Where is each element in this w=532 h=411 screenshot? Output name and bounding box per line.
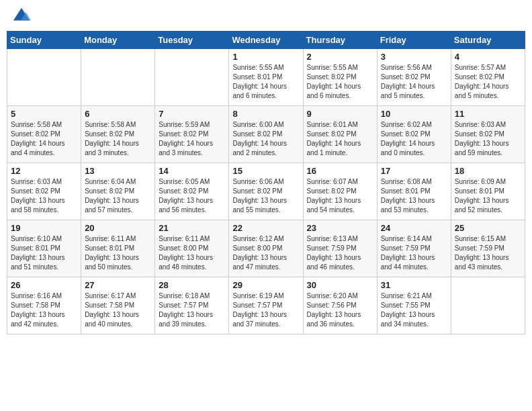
calendar-table: Sunday Monday Tuesday Wednesday Thursday…: [7, 31, 525, 334]
day-info: Sunrise: 6:03 AM Sunset: 8:02 PM Dayligh…: [11, 177, 77, 215]
day-number: 7: [159, 109, 225, 119]
calendar-cell: 19Sunrise: 6:10 AM Sunset: 8:01 PM Dayli…: [7, 220, 81, 277]
calendar-cell: 7Sunrise: 5:59 AM Sunset: 8:02 PM Daylig…: [155, 106, 229, 163]
header-thursday: Thursday: [303, 32, 377, 49]
calendar-week-3: 12Sunrise: 6:03 AM Sunset: 8:02 PM Dayli…: [7, 163, 525, 220]
calendar-cell: 26Sunrise: 6:16 AM Sunset: 7:58 PM Dayli…: [7, 277, 81, 334]
day-info: Sunrise: 5:57 AM Sunset: 8:02 PM Dayligh…: [455, 63, 521, 101]
day-number: 18: [455, 166, 521, 176]
header-tuesday: Tuesday: [155, 32, 229, 49]
calendar-cell: 28Sunrise: 6:18 AM Sunset: 7:57 PM Dayli…: [155, 277, 229, 334]
day-info: Sunrise: 6:11 AM Sunset: 8:01 PM Dayligh…: [85, 234, 151, 272]
day-info: Sunrise: 6:12 AM Sunset: 8:00 PM Dayligh…: [232, 234, 299, 272]
calendar-week-1: 1Sunrise: 5:55 AM Sunset: 8:01 PM Daylig…: [7, 49, 525, 106]
day-info: Sunrise: 6:07 AM Sunset: 8:02 PM Dayligh…: [307, 177, 373, 215]
calendar-cell: 5Sunrise: 5:58 AM Sunset: 8:02 PM Daylig…: [7, 106, 81, 163]
calendar-cell: [155, 49, 229, 106]
day-number: 17: [381, 166, 447, 176]
day-number: 16: [307, 166, 373, 176]
header-row: Sunday Monday Tuesday Wednesday Thursday…: [7, 32, 525, 49]
day-number: 8: [232, 109, 299, 119]
day-number: 11: [455, 109, 521, 119]
day-number: 15: [232, 166, 299, 176]
day-number: 10: [381, 109, 447, 119]
calendar-cell: 20Sunrise: 6:11 AM Sunset: 8:01 PM Dayli…: [81, 220, 155, 277]
day-info: Sunrise: 6:19 AM Sunset: 7:57 PM Dayligh…: [232, 291, 299, 329]
day-number: 14: [159, 166, 225, 176]
calendar-cell: 8Sunrise: 6:00 AM Sunset: 8:02 PM Daylig…: [229, 106, 303, 163]
day-number: 20: [85, 223, 151, 233]
calendar-cell: 14Sunrise: 6:05 AM Sunset: 8:02 PM Dayli…: [155, 163, 229, 220]
day-info: Sunrise: 5:58 AM Sunset: 8:02 PM Dayligh…: [85, 120, 151, 158]
calendar-cell: 1Sunrise: 5:55 AM Sunset: 8:01 PM Daylig…: [229, 49, 303, 106]
calendar-cell: 23Sunrise: 6:13 AM Sunset: 7:59 PM Dayli…: [303, 220, 377, 277]
day-number: 4: [455, 52, 521, 62]
day-info: Sunrise: 6:04 AM Sunset: 8:02 PM Dayligh…: [85, 177, 151, 215]
day-number: 28: [159, 280, 225, 290]
calendar-week-5: 26Sunrise: 6:16 AM Sunset: 7:58 PM Dayli…: [7, 277, 525, 334]
day-info: Sunrise: 6:15 AM Sunset: 7:59 PM Dayligh…: [455, 234, 521, 272]
calendar-cell: 18Sunrise: 6:09 AM Sunset: 8:01 PM Dayli…: [451, 163, 525, 220]
calendar-body: 1Sunrise: 5:55 AM Sunset: 8:01 PM Daylig…: [7, 49, 525, 334]
logo-icon: [12, 7, 31, 26]
header-saturday: Saturday: [451, 32, 525, 49]
header-friday: Friday: [377, 32, 451, 49]
calendar-cell: [81, 49, 155, 106]
day-info: Sunrise: 6:10 AM Sunset: 8:01 PM Dayligh…: [11, 234, 77, 272]
day-info: Sunrise: 6:03 AM Sunset: 8:02 PM Dayligh…: [455, 120, 521, 158]
calendar-cell: 30Sunrise: 6:20 AM Sunset: 7:56 PM Dayli…: [303, 277, 377, 334]
day-info: Sunrise: 5:59 AM Sunset: 8:02 PM Dayligh…: [159, 120, 225, 158]
day-number: 31: [381, 280, 447, 290]
day-info: Sunrise: 6:16 AM Sunset: 7:58 PM Dayligh…: [11, 291, 77, 329]
day-info: Sunrise: 6:13 AM Sunset: 7:59 PM Dayligh…: [307, 234, 373, 272]
day-info: Sunrise: 6:11 AM Sunset: 8:00 PM Dayligh…: [159, 234, 225, 272]
calendar-cell: [451, 277, 525, 334]
day-info: Sunrise: 6:17 AM Sunset: 7:58 PM Dayligh…: [85, 291, 151, 329]
day-info: Sunrise: 6:00 AM Sunset: 8:02 PM Dayligh…: [232, 120, 299, 158]
day-number: 29: [232, 280, 299, 290]
logo: [9, 7, 31, 26]
day-number: 27: [85, 280, 151, 290]
header-monday: Monday: [81, 32, 155, 49]
page-header: [7, 7, 525, 26]
header-sunday: Sunday: [7, 32, 81, 49]
day-number: 6: [85, 109, 151, 119]
day-info: Sunrise: 6:18 AM Sunset: 7:57 PM Dayligh…: [159, 291, 225, 329]
calendar-week-2: 5Sunrise: 5:58 AM Sunset: 8:02 PM Daylig…: [7, 106, 525, 163]
calendar-cell: 27Sunrise: 6:17 AM Sunset: 7:58 PM Dayli…: [81, 277, 155, 334]
day-info: Sunrise: 6:21 AM Sunset: 7:55 PM Dayligh…: [381, 291, 447, 329]
calendar-cell: [7, 49, 81, 106]
day-number: 26: [11, 280, 77, 290]
calendar-cell: 16Sunrise: 6:07 AM Sunset: 8:02 PM Dayli…: [303, 163, 377, 220]
calendar-cell: 21Sunrise: 6:11 AM Sunset: 8:00 PM Dayli…: [155, 220, 229, 277]
day-info: Sunrise: 6:02 AM Sunset: 8:02 PM Dayligh…: [381, 120, 447, 158]
calendar-cell: 10Sunrise: 6:02 AM Sunset: 8:02 PM Dayli…: [377, 106, 451, 163]
calendar-cell: 31Sunrise: 6:21 AM Sunset: 7:55 PM Dayli…: [377, 277, 451, 334]
calendar-cell: 6Sunrise: 5:58 AM Sunset: 8:02 PM Daylig…: [81, 106, 155, 163]
day-number: 19: [11, 223, 77, 233]
day-number: 9: [307, 109, 373, 119]
day-info: Sunrise: 6:20 AM Sunset: 7:56 PM Dayligh…: [307, 291, 373, 329]
calendar-cell: 13Sunrise: 6:04 AM Sunset: 8:02 PM Dayli…: [81, 163, 155, 220]
day-info: Sunrise: 6:05 AM Sunset: 8:02 PM Dayligh…: [159, 177, 225, 215]
calendar-cell: 9Sunrise: 6:01 AM Sunset: 8:02 PM Daylig…: [303, 106, 377, 163]
calendar-cell: 25Sunrise: 6:15 AM Sunset: 7:59 PM Dayli…: [451, 220, 525, 277]
calendar-cell: 4Sunrise: 5:57 AM Sunset: 8:02 PM Daylig…: [451, 49, 525, 106]
day-number: 13: [85, 166, 151, 176]
calendar-header: Sunday Monday Tuesday Wednesday Thursday…: [7, 32, 525, 49]
calendar-cell: 29Sunrise: 6:19 AM Sunset: 7:57 PM Dayli…: [229, 277, 303, 334]
day-number: 25: [455, 223, 521, 233]
calendar-week-4: 19Sunrise: 6:10 AM Sunset: 8:01 PM Dayli…: [7, 220, 525, 277]
calendar-cell: 24Sunrise: 6:14 AM Sunset: 7:59 PM Dayli…: [377, 220, 451, 277]
day-number: 12: [11, 166, 77, 176]
day-info: Sunrise: 6:01 AM Sunset: 8:02 PM Dayligh…: [307, 120, 373, 158]
day-number: 3: [381, 52, 447, 62]
calendar-cell: 11Sunrise: 6:03 AM Sunset: 8:02 PM Dayli…: [451, 106, 525, 163]
day-info: Sunrise: 5:58 AM Sunset: 8:02 PM Dayligh…: [11, 120, 77, 158]
day-info: Sunrise: 6:06 AM Sunset: 8:02 PM Dayligh…: [232, 177, 299, 215]
calendar-cell: 15Sunrise: 6:06 AM Sunset: 8:02 PM Dayli…: [229, 163, 303, 220]
day-info: Sunrise: 5:55 AM Sunset: 8:01 PM Dayligh…: [232, 63, 299, 101]
calendar-cell: 22Sunrise: 6:12 AM Sunset: 8:00 PM Dayli…: [229, 220, 303, 277]
calendar-cell: 12Sunrise: 6:03 AM Sunset: 8:02 PM Dayli…: [7, 163, 81, 220]
day-number: 24: [381, 223, 447, 233]
